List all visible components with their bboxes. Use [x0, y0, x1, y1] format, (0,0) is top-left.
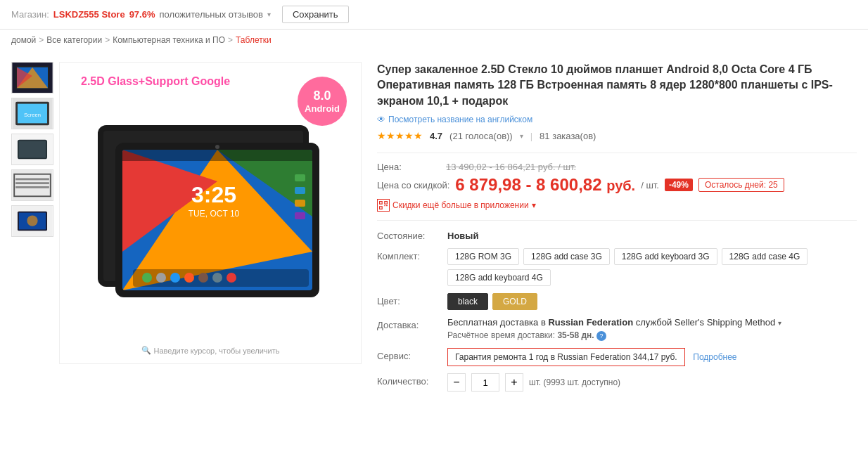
svg-rect-43: [295, 200, 305, 207]
service-info: Гарантия ремонта 1 год в Russian Federat…: [447, 348, 737, 366]
svg-point-34: [142, 273, 152, 283]
translate-link[interactable]: 👁 Посмотреть название на английском: [377, 115, 857, 124]
service-box[interactable]: Гарантия ремонта 1 год в Russian Federat…: [447, 348, 685, 366]
delivery-row: Доставка: Бесплатная доставка в Russian …: [377, 317, 857, 341]
original-price: 13 490,02 - 16 864,21 руб. / шт.: [446, 162, 576, 172]
delivery-chevron-icon[interactable]: ▾: [778, 319, 781, 327]
bundle-option-2[interactable]: 128G add case 3G: [523, 248, 610, 265]
main-content: Screen: [0, 51, 868, 417]
quantity-input[interactable]: [471, 373, 499, 392]
bundle-option-5[interactable]: 128G add keyboard 4G: [447, 269, 551, 286]
breadcrumb-current: Таблетки: [236, 35, 272, 45]
svg-rect-14: [15, 182, 49, 184]
svg-rect-51: [380, 207, 381, 209]
svg-rect-42: [295, 187, 305, 194]
quantity-label: Количество:: [377, 373, 440, 387]
svg-point-20: [27, 215, 37, 226]
bundle-row: Комплект: 128G ROM 3G 128G add case 3G 1…: [377, 248, 857, 286]
thumbnail-3[interactable]: [11, 134, 53, 165]
svg-point-35: [156, 273, 166, 283]
breadcrumb-cat1[interactable]: Все категории: [46, 35, 102, 45]
currency: руб.: [606, 178, 635, 193]
svg-rect-30: [122, 150, 312, 161]
color-black-button[interactable]: black: [447, 293, 488, 310]
store-label: Магазин:: [11, 9, 49, 20]
thumbnail-2[interactable]: Screen: [11, 98, 53, 129]
svg-rect-53: [386, 205, 388, 206]
per-unit: / шт.: [641, 180, 659, 190]
bundle-label: Комплект:: [377, 248, 440, 261]
quantity-decrease-button[interactable]: −: [447, 373, 466, 392]
color-gold-button[interactable]: GOLD: [492, 293, 537, 310]
condition-value: Новый: [447, 228, 478, 241]
svg-rect-41: [295, 174, 305, 181]
store-name[interactable]: LSKDZ555 Store: [53, 9, 125, 20]
price-label: Цена:: [377, 162, 440, 172]
service-row: Сервис: Гарантия ремонта 1 год в Russian…: [377, 348, 857, 366]
translate-icon: 👁: [377, 115, 385, 124]
product-gallery: Screen: [11, 62, 363, 406]
chevron-down-icon[interactable]: ▾: [267, 11, 271, 18]
original-price-row: Цена: 13 490,02 - 16 864,21 руб. / шт.: [377, 162, 857, 172]
svg-rect-49: [385, 202, 386, 203]
badge-2d5d: 2.5D Glass+Support Google: [81, 75, 230, 88]
quantity-available: шт. (9993 шт. доступно): [529, 377, 620, 387]
breadcrumb-home[interactable]: домой: [11, 35, 36, 45]
svg-rect-47: [380, 202, 381, 203]
android-version: 8.0: [313, 89, 331, 103]
delivery-label: Доставка:: [377, 317, 440, 330]
star-rating: ★★★★★: [377, 130, 423, 141]
rating-row: ★★★★★ 4.7 (21 голоса(ов)) ▾ | 81 заказа(…: [377, 130, 857, 141]
save-button[interactable]: Сохранить: [282, 6, 349, 23]
breadcrumb-sep: >: [39, 35, 44, 45]
discounted-price-row: Цена со скидкой: 6 879,98 - 8 600,82 руб…: [377, 175, 857, 195]
price-from: 6 879,98: [455, 175, 521, 194]
rating-chevron-icon[interactable]: ▾: [520, 132, 523, 140]
app-discount-text: Скидки ещё больше в приложении: [392, 200, 529, 210]
quantity-increase-button[interactable]: +: [505, 373, 523, 392]
discount-label: Цена со скидкой:: [377, 180, 449, 190]
svg-point-37: [184, 273, 194, 283]
color-label: Цвет:: [377, 293, 440, 306]
android-label: Android: [305, 103, 340, 114]
breadcrumb-sep2: >: [105, 35, 110, 45]
rating-score: 4.7: [430, 131, 442, 141]
svg-rect-52: [384, 205, 385, 206]
thumbnail-5[interactable]: [11, 205, 53, 237]
svg-point-45: [215, 145, 219, 149]
discount-badge: -49%: [665, 179, 693, 191]
product-title: Супер закаленное 2.5D Стекло 10 дюймов п…: [377, 62, 857, 109]
price-section: Цена: 13 490,02 - 16 864,21 руб. / шт. Ц…: [377, 153, 857, 220]
quantity-control: − + шт. (9993 шт. доступно): [447, 373, 620, 392]
service-label: Сервис:: [377, 348, 440, 361]
thumbnail-list: Screen: [11, 62, 53, 406]
condition-label: Состояние:: [377, 228, 440, 241]
color-row: Цвет: black GOLD: [377, 293, 857, 310]
rating-count[interactable]: (21 голоса(ов)): [449, 131, 513, 141]
store-rating-pct: 97.6%: [129, 9, 155, 20]
header-bar: Магазин: LSKDZ555 Store 97.6% положитель…: [0, 0, 868, 30]
svg-rect-15: [15, 186, 49, 188]
bundle-option-1[interactable]: 128G ROM 3G: [447, 248, 519, 265]
svg-point-39: [212, 273, 222, 283]
help-icon[interactable]: ?: [596, 331, 606, 341]
delivery-info: Бесплатная доставка в Russian Federation…: [447, 317, 781, 341]
bundle-option-4[interactable]: 128G add case 4G: [722, 248, 808, 265]
main-product-image[interactable]: 2.5D Glass+Support Google 8.0 Android: [59, 62, 362, 364]
breadcrumb-cat2[interactable]: Компьютерная техника и ПО: [113, 35, 225, 45]
thumbnail-4[interactable]: [11, 169, 53, 201]
thumbnail-1[interactable]: [11, 62, 53, 93]
svg-rect-11: [19, 141, 46, 158]
app-discount-chevron[interactable]: ▾: [532, 200, 536, 210]
details-link[interactable]: Подробнее: [693, 352, 736, 362]
badge-android: 8.0 Android: [298, 77, 347, 126]
zoom-hint: 🔍 Наведите курсор, чтобы увеличить: [141, 346, 280, 355]
bundle-options: 128G ROM 3G 128G add case 3G 128G add ke…: [447, 248, 857, 286]
delivery-text: Бесплатная доставка в Russian Federation…: [447, 317, 781, 328]
discounted-price: 6 879,98 - 8 600,82 руб.: [455, 175, 635, 195]
svg-rect-44: [295, 212, 305, 219]
bundle-option-3[interactable]: 128G add keyboard 3G: [614, 248, 717, 265]
svg-point-38: [198, 273, 208, 283]
app-discount-row[interactable]: Скидки ещё больше в приложении ▾: [377, 199, 857, 212]
condition-row: Состояние: Новый: [377, 228, 857, 241]
